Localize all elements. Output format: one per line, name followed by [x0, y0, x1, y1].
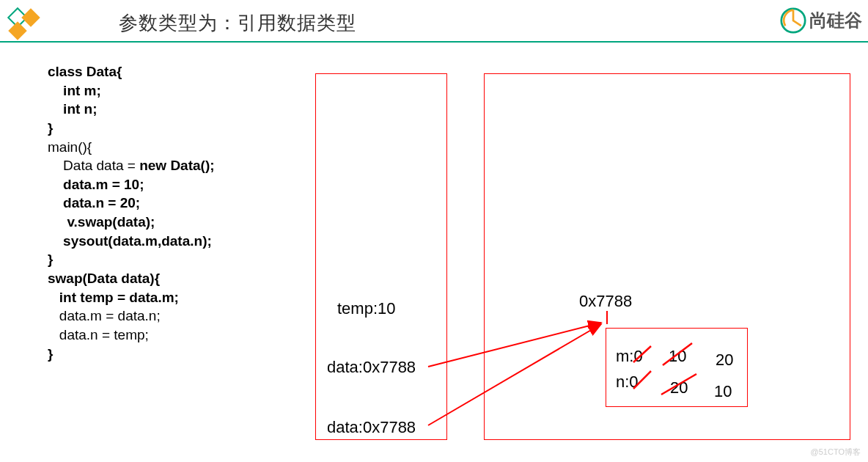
- heap-address: 0x7788: [579, 292, 632, 311]
- code-line: swap(Data data){: [48, 269, 215, 288]
- code-line: data.m = 10;: [48, 175, 215, 194]
- code-line: class Data{: [48, 62, 215, 81]
- code-line: v.swap(data);: [48, 213, 215, 232]
- code-line: main(){: [48, 138, 215, 157]
- heap-m-val1: 10: [669, 347, 686, 366]
- heap-m-label: m:0: [616, 347, 643, 366]
- page-title: 参数类型为：引用数据类型: [119, 10, 356, 36]
- svg-rect-2: [8, 21, 26, 40]
- stack-data1: data:0x7788: [327, 358, 416, 377]
- stack-data2: data:0x7788: [327, 418, 416, 437]
- heap-n-val2: 10: [714, 382, 732, 401]
- logo: 尚硅谷: [780, 7, 862, 34]
- code-line: int m;: [48, 81, 215, 100]
- code-line: }: [48, 119, 215, 138]
- code-line: int temp = data.m;: [48, 288, 215, 307]
- svg-rect-1: [21, 8, 40, 26]
- stack-temp: temp:10: [337, 299, 396, 318]
- heap-n-val1: 20: [670, 378, 688, 397]
- code-line: data.n = temp;: [48, 326, 215, 345]
- logo-text: 尚硅谷: [809, 9, 862, 32]
- code-line: data.n = 20;: [48, 194, 215, 213]
- code-line: }: [48, 250, 215, 269]
- code-line: sysout(data.m,data.n);: [48, 232, 215, 251]
- code-line: Data data = new Data();: [48, 156, 215, 175]
- diamonds-icon: [6, 6, 41, 41]
- heap-m-val2: 20: [716, 351, 733, 370]
- watermark: @51CTO博客: [811, 447, 861, 458]
- logo-icon: [780, 7, 806, 34]
- code-line: data.m = data.n;: [48, 307, 215, 326]
- heap-n-label: n:0: [616, 373, 639, 392]
- code-block: class Data{ int m; int n; } main(){ Data…: [48, 62, 215, 363]
- header: 参数类型为：引用数据类型 尚硅谷: [0, 0, 868, 43]
- stack-box: [315, 73, 447, 440]
- code-line: }: [48, 345, 215, 364]
- code-line: int n;: [48, 100, 215, 119]
